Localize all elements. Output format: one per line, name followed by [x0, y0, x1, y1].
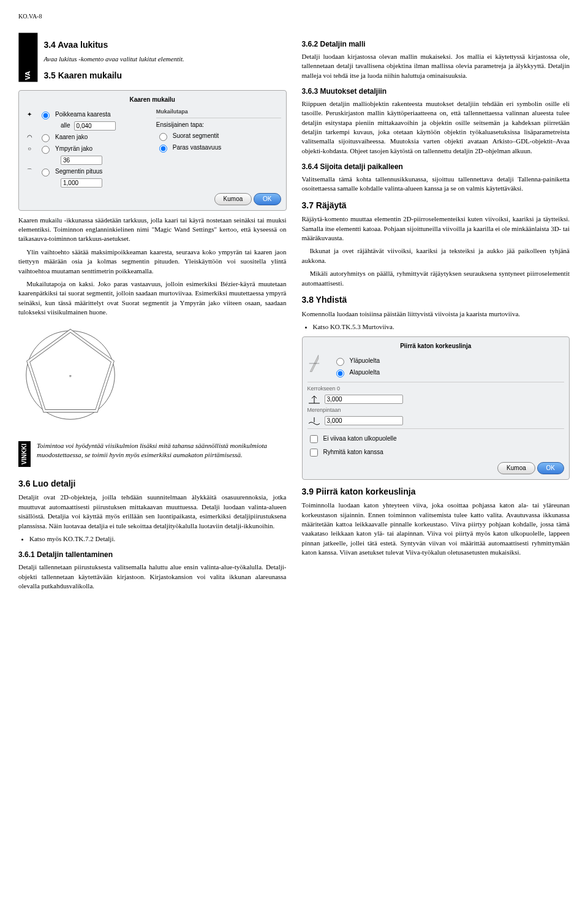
radio-alapuolelta[interactable]	[336, 370, 344, 377]
para-3-7b: Ikkunat ja ovet räjähtävät viivoiksi, ka…	[302, 246, 570, 265]
side-tab-va: VA	[18, 33, 37, 82]
label-mukailutapa: Mukailutapa	[156, 108, 281, 116]
heading-3-6-1: 3.6.1 Detaljin tallentaminen	[18, 550, 287, 560]
input-segmentin[interactable]	[61, 178, 102, 188]
para-3-5a: Kaaren mukailu -ikkunassa säädetään tark…	[18, 216, 287, 244]
checkbox-ei-viivaa[interactable]	[310, 435, 318, 443]
button-ok-2[interactable]: OK	[537, 462, 564, 474]
heading-3-6-3: 3.6.3 Muutokset detaljiin	[302, 86, 570, 97]
circle-icon: ○	[24, 145, 35, 153]
para-3-6-2: Detalji luodaan kirjastossa olevan malli…	[302, 52, 570, 80]
radio-poikkeama[interactable]	[42, 112, 50, 119]
heading-3-9: 3.9 Piirrä katon korkeuslinja	[302, 486, 570, 498]
label-paras: Paras vastaavuus	[173, 143, 222, 152]
label-kerrokseen: Kerrokseen 0	[307, 385, 565, 393]
svg-marker-2	[28, 331, 113, 411]
heading-3-6: 3.6 Luo detalji	[18, 478, 287, 490]
label-ei-viivaa: Ei viivaa katon ulkopuolelle	[323, 434, 397, 443]
input-kerrokseen[interactable]	[325, 395, 403, 404]
label-kaaren-jako: Kaaren jako	[55, 133, 88, 142]
label-poikkeama: Poikkeama kaaresta	[55, 110, 111, 119]
button-kumoa-2[interactable]: Kumoa	[497, 462, 535, 474]
para-3-6: Detaljit ovat 2D-objekteja, joilla tehdä…	[18, 493, 287, 531]
heading-3-7: 3.7 Räjäytä	[302, 200, 570, 212]
wand-icon: ✦	[24, 110, 35, 119]
label-merenpintaan: Merenpintaan	[307, 406, 565, 414]
heading-3-6-4: 3.6.4 Sijoita detalji paikalleen	[302, 162, 570, 172]
page-header: KO.VA-8	[18, 12, 570, 21]
para-3-6-1: Detalji tallennetaan piirustuksesta vali…	[18, 563, 287, 591]
para-3-9: Toiminnolla luodaan katon yhteyteen viiv…	[302, 501, 570, 557]
para-3-5b: Ylin vaihtoehto säätää maksimipoikkeaman…	[18, 248, 287, 276]
label-ensisijainen: Ensisijainen tapa:	[156, 121, 281, 129]
dialog2-title: Piirrä katon korkeuslinja	[307, 342, 565, 351]
label-alle: alle	[61, 121, 70, 130]
para-3-8: Komennolla luodaan toisiinsa päistään li…	[302, 309, 570, 319]
ref-3-6: Katso myös KO.TK.7.2 Detalji.	[29, 534, 287, 544]
label-ylapuolelta: Yläpuolelta	[350, 357, 380, 365]
vinkki-tab: VINKKI	[18, 441, 31, 467]
heading-3-6-2: 3.6.2 Detaljin malli	[302, 39, 570, 50]
para-3-7c: Mikäli autoryhmitys on päällä, ryhmittyv…	[302, 269, 570, 288]
input-jako[interactable]	[61, 156, 102, 165]
vinkki-text: Toimintoa voi hyödyntää viisikulmion lis…	[37, 441, 287, 467]
dialog-title: Kaaren mukailu	[24, 96, 281, 104]
radio-kaaren-jako[interactable]	[42, 134, 50, 142]
label-ympyran-jako: Ympyrän jako	[55, 145, 92, 153]
heading-3-8: 3.8 Yhdistä	[302, 294, 570, 306]
button-ok[interactable]: OK	[254, 193, 281, 205]
radio-ympyran-jako[interactable]	[42, 146, 50, 154]
para-3-7a: Räjäytä-komento muuttaa elementin 2D-pii…	[302, 214, 570, 243]
input-merenpintaan[interactable]	[325, 416, 403, 425]
heading-3-4: 3.4 Avaa lukitus	[43, 39, 286, 51]
label-ryhmita: Ryhmitä katon kanssa	[323, 448, 383, 457]
radio-segmentin-pituus[interactable]	[42, 169, 50, 176]
label-suorat: Suorat segmentit	[173, 132, 219, 140]
dialog-kaaren-mukailu: Kaaren mukailu ✦ Poikkeama kaaresta alle…	[18, 90, 287, 211]
radio-paras[interactable]	[159, 145, 167, 153]
arc-icon: ◠	[24, 133, 35, 142]
para-3-6-3: Riippuen detaljin malliobjektin rakentee…	[302, 99, 570, 156]
svg-text:+: +	[69, 373, 72, 379]
sea-level-icon	[307, 416, 321, 426]
label-alapuolelta: Alapuolelta	[350, 368, 380, 377]
para-3-6-4: Valitsemalla tämä kohta tallennusikkunas…	[302, 175, 570, 194]
radio-suorat[interactable]	[159, 133, 167, 141]
input-alle[interactable]	[74, 121, 116, 131]
roof-section-icon	[307, 354, 321, 373]
level-icon	[307, 395, 321, 404]
heading-3-5: 3.5 Kaaren mukailu	[43, 70, 286, 82]
checkbox-ryhmita[interactable]	[310, 449, 318, 457]
button-kumoa[interactable]: Kumoa	[214, 193, 252, 205]
ref-3-8: Katso KO.TK.5.3 Murtoviiva.	[313, 322, 570, 332]
segment-icon: ⌒	[24, 167, 35, 176]
pentagon-circle-diagram: +	[18, 323, 287, 430]
para-3-4: Avaa lukitus -komento avaa valitut lukit…	[43, 55, 286, 64]
label-segmentin: Segmentin pituus	[55, 167, 102, 176]
radio-ylapuolelta[interactable]	[336, 358, 344, 366]
dialog-katon-korkeuslinja: Piirrä katon korkeuslinja Yläpuolelta	[302, 336, 570, 479]
para-3-5c: Mukailutapoja on kaksi. Joko paras vasta…	[18, 279, 287, 317]
